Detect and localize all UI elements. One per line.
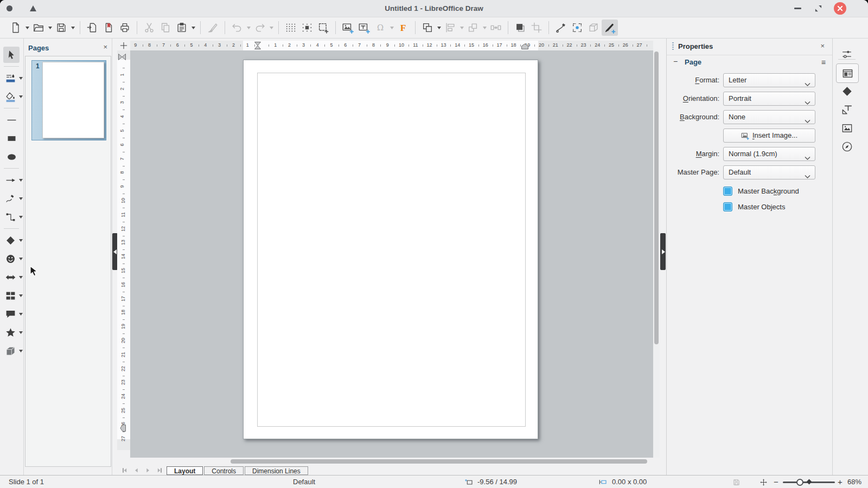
line-style-tool[interactable]	[3, 70, 18, 86]
pages-panel-close-icon[interactable]: ×	[103, 43, 107, 52]
shadow-button[interactable]	[512, 20, 528, 36]
cut-button[interactable]	[141, 20, 157, 36]
curves-and-polygons-tool[interactable]	[3, 190, 18, 207]
undo-button[interactable]	[229, 20, 245, 36]
layer-tab-layout[interactable]: Layout	[167, 466, 203, 475]
basic-shapes-tool[interactable]	[3, 232, 18, 248]
zoom-in-button[interactable]: +	[838, 476, 843, 488]
master-objects-checkbox[interactable]	[723, 202, 732, 211]
maximize-button[interactable]	[814, 4, 822, 12]
horizontal-scrollbar[interactable]	[117, 458, 660, 465]
style-name[interactable]: Default	[293, 476, 315, 488]
align-objects-button[interactable]	[442, 20, 458, 36]
fill-color-tool[interactable]	[3, 88, 18, 105]
fit-page-icon[interactable]	[760, 478, 768, 486]
drawing-page[interactable]	[243, 60, 538, 439]
line-style-dropdown-icon[interactable]	[18, 77, 23, 80]
connectors-dropdown-icon[interactable]	[18, 216, 23, 219]
flowchart-tool[interactable]	[3, 287, 18, 304]
paste-button[interactable]	[174, 20, 190, 36]
fill-color-dropdown-icon[interactable]	[18, 95, 23, 98]
first-page-nav[interactable]	[122, 466, 129, 474]
select-tool[interactable]	[3, 47, 20, 63]
block-arrows-dropdown-icon[interactable]	[18, 276, 23, 279]
stars-and-banners-dropdown-icon[interactable]	[18, 331, 23, 334]
previous-page-nav[interactable]	[133, 466, 141, 474]
show-draw-functions-button[interactable]	[602, 20, 618, 36]
margin-dropdown[interactable]: Normal (1.9cm)	[723, 147, 815, 161]
page-thumbnail[interactable]: 1	[31, 60, 106, 140]
transformations-button[interactable]	[419, 20, 436, 36]
transformations-dropdown-icon[interactable]	[436, 20, 442, 36]
insert-special-character-button[interactable]: Ω	[372, 20, 388, 36]
canvas[interactable]	[130, 50, 653, 458]
layer-tab-controls[interactable]: Controls	[204, 466, 244, 475]
3d-objects-toolbar-button[interactable]	[585, 20, 602, 36]
rectangle-tool[interactable]	[3, 130, 20, 146]
redo-button[interactable]	[252, 20, 268, 36]
callout-shapes-dropdown-icon[interactable]	[18, 313, 23, 316]
helplines-while-moving-button[interactable]	[315, 20, 331, 36]
horizontal-ruler[interactable]: 9876543211234567891011121314151617181920…	[130, 41, 653, 51]
right-indent-marker[interactable]	[521, 43, 528, 49]
last-page-nav[interactable]	[156, 466, 163, 474]
callout-shapes-tool[interactable]	[3, 306, 18, 322]
flowchart-dropdown-icon[interactable]	[18, 294, 23, 297]
symbol-shapes-dropdown-icon[interactable]	[18, 258, 23, 260]
insert-special-character-dropdown-icon[interactable]	[388, 20, 395, 36]
zoom-slider-handle[interactable]	[796, 479, 803, 486]
3d-objects-tool[interactable]	[3, 343, 18, 359]
insert-image-button[interactable]: Insert Image...	[723, 129, 815, 143]
format-dropdown[interactable]: Letter	[723, 73, 815, 87]
export-as-pdf-button[interactable]	[100, 20, 117, 36]
properties-panel-close-icon[interactable]: ×	[820, 42, 825, 50]
right-panel-collapse-handle[interactable]	[660, 233, 666, 270]
collapse-section-icon[interactable]: −	[673, 59, 679, 65]
save-button[interactable]	[53, 20, 69, 36]
print-button[interactable]	[117, 20, 133, 36]
zoom-out-button[interactable]: −	[774, 476, 778, 488]
gallery-deck-tab[interactable]	[836, 119, 858, 137]
align-objects-dropdown-icon[interactable]	[458, 20, 465, 36]
master-page-dropdown[interactable]: Default	[723, 165, 815, 179]
arrange-button[interactable]	[465, 20, 481, 36]
save-dropdown-icon[interactable]	[69, 20, 76, 36]
insert-fontwork-button[interactable]: F	[395, 20, 411, 36]
paste-dropdown-icon[interactable]	[190, 20, 196, 36]
copy-button[interactable]	[157, 20, 174, 36]
block-arrows-tool[interactable]	[3, 269, 18, 285]
bottom-indent-marker[interactable]	[120, 425, 126, 432]
navigator-deck-tab[interactable]	[836, 137, 858, 156]
redo-dropdown-icon[interactable]	[268, 20, 275, 36]
edit-points-button[interactable]	[553, 20, 569, 36]
master-background-checkbox[interactable]	[723, 187, 732, 196]
styles-deck-tab[interactable]	[836, 100, 858, 119]
crop-image-button[interactable]	[528, 20, 545, 36]
ellipse-tool[interactable]	[3, 149, 20, 165]
panel-grip[interactable]	[672, 42, 674, 51]
layer-tab-dimension-lines[interactable]: Dimension Lines	[245, 466, 308, 475]
properties-deck-tab[interactable]	[836, 63, 859, 83]
undo-dropdown-icon[interactable]	[245, 20, 252, 36]
vertical-scrollbar[interactable]	[653, 50, 660, 458]
3d-objects-dropdown-icon[interactable]	[18, 350, 23, 352]
insert-text-box-button[interactable]	[356, 20, 372, 36]
connectors-tool[interactable]	[3, 209, 18, 225]
stars-and-banners-tool[interactable]	[3, 324, 18, 341]
insert-line-tool[interactable]	[3, 112, 20, 128]
vertical-ruler[interactable]: 1234567891011121314151617181920212223242…	[117, 50, 131, 450]
sidebar-settings[interactable]	[836, 45, 858, 63]
distribute-selection-button[interactable]	[488, 20, 504, 36]
vertical-scrollbar-thumb[interactable]	[654, 52, 659, 344]
display-grid-button[interactable]	[283, 20, 299, 36]
insert-image-button[interactable]	[340, 20, 356, 36]
top-indent-marker[interactable]	[118, 54, 126, 60]
shapes-deck-tab[interactable]	[836, 82, 858, 100]
export-button[interactable]	[84, 20, 100, 36]
left-indent-marker[interactable]	[254, 42, 261, 49]
right-splitter[interactable]	[660, 38, 665, 475]
basic-shapes-dropdown-icon[interactable]	[18, 239, 23, 242]
symbol-shapes-tool[interactable]	[3, 251, 18, 267]
zoom-level[interactable]: 68%	[847, 476, 861, 488]
new-document-button[interactable]	[8, 20, 24, 36]
